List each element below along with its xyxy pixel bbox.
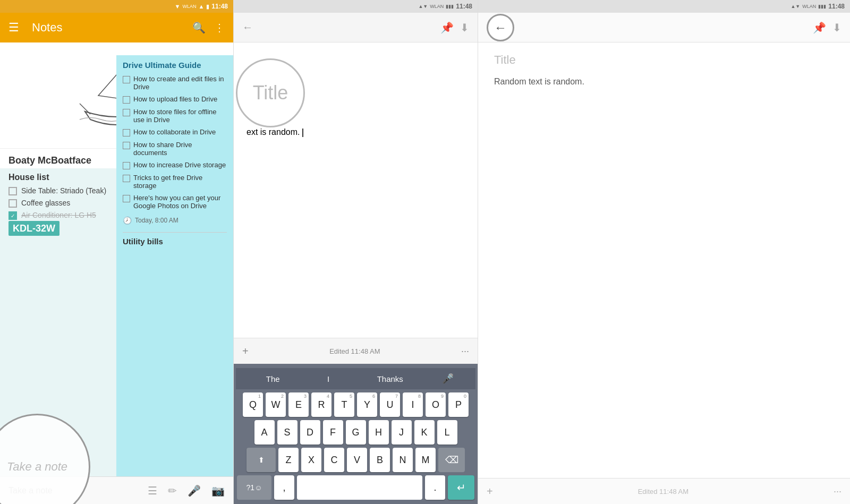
key-v[interactable]: V (347, 448, 367, 472)
suggestion-the[interactable]: The (258, 374, 288, 383)
signal-icon: ▼ (175, 3, 181, 10)
battery-icon-3: ▮▮▮ (818, 4, 826, 9)
add-button-2[interactable]: + (242, 345, 249, 357)
pen-icon[interactable]: ✏ (168, 484, 177, 497)
key-d[interactable]: D (300, 420, 320, 445)
back-button-3[interactable]: ← (487, 14, 514, 41)
space-key[interactable] (297, 475, 422, 500)
keyboard: The I Thanks 🎤 1Q 2W 3E 4R 5T 6Y 7U 8I 9… (234, 364, 478, 504)
note-area-3[interactable]: Title Random text is random. (478, 42, 850, 478)
battery-icon: ▮ (206, 3, 209, 10)
search-icon[interactable]: 🔍 (192, 21, 206, 34)
key-q[interactable]: 1Q (243, 392, 263, 417)
key-t[interactable]: 5T (334, 392, 354, 417)
enter-key[interactable]: ↵ (448, 475, 474, 500)
rl-checkbox-1[interactable] (123, 76, 130, 83)
pin-icon-3[interactable]: 📌 (813, 21, 826, 34)
wifi-icon: WLAN (182, 4, 196, 9)
suggestion-i[interactable]: I (319, 374, 338, 383)
more-button-2[interactable]: ··· (461, 346, 469, 357)
key-f[interactable]: F (323, 420, 343, 445)
rl-checkbox-3[interactable] (123, 109, 130, 116)
key-g[interactable]: G (346, 420, 366, 445)
rl-checkbox-8[interactable] (123, 195, 130, 202)
keyboard-row-4: ?1☺ , . ↵ (236, 475, 475, 500)
add-button-3[interactable]: + (487, 485, 493, 498)
title-circle: Title (236, 58, 305, 127)
drive-item-5: How to share Drive documents (123, 141, 227, 157)
key-z[interactable]: Z (278, 448, 299, 472)
key-h[interactable]: H (369, 420, 389, 445)
note-title-3: Title (494, 53, 834, 67)
key-s[interactable]: S (277, 420, 298, 445)
drive-item-4: How to collaborate in Drive (123, 128, 227, 136)
reminder: 🕗 Today, 8:00 AM (123, 216, 227, 225)
archive-icon-2[interactable]: ⬇ (460, 21, 469, 34)
mic-icon-kb[interactable]: 🎤 (442, 373, 454, 385)
key-n[interactable]: N (393, 448, 413, 472)
key-x[interactable]: X (301, 448, 321, 472)
key-i[interactable]: 8I (403, 392, 423, 417)
backspace-key[interactable]: ⌫ (438, 448, 465, 472)
item-label-2: Coffee glasses (21, 199, 70, 207)
more-icon[interactable]: ⋮ (214, 21, 225, 34)
note-body-2: ext is random. (246, 127, 465, 137)
key-c[interactable]: C (324, 448, 344, 472)
pin-icon-2[interactable]: 📌 (440, 21, 454, 34)
app-title: Notes (32, 21, 184, 35)
note-area-2[interactable]: Title ext is random. (234, 42, 478, 338)
toolbar-1: ☰ Notes 🔍 ⋮ (0, 13, 233, 42)
drive-item-6: How to increase Drive storage (123, 161, 227, 169)
signal-icon-3: ▲▼ (790, 4, 800, 9)
camera-icon[interactable]: 📷 (211, 484, 225, 497)
rl-checkbox-2[interactable] (123, 96, 130, 104)
suggestion-thanks[interactable]: Thanks (369, 374, 412, 383)
comma-key[interactable]: , (274, 475, 294, 500)
rl-checkbox-4[interactable] (123, 129, 130, 136)
back-button-2[interactable]: ← (242, 21, 253, 33)
sym-key[interactable]: ?1☺ (237, 475, 271, 500)
shift-key[interactable]: ⬆ (246, 448, 276, 472)
key-y[interactable]: 6Y (357, 392, 377, 417)
menu-icon[interactable]: ☰ (8, 21, 19, 35)
key-k[interactable]: K (414, 420, 435, 445)
key-u[interactable]: 7U (380, 392, 400, 417)
main-content-1: Boaty McBoatface House list Side Table: … (0, 42, 233, 504)
back-arrow-icon: ← (494, 20, 507, 35)
drive-item-2: How to upload files to Drive (123, 95, 227, 104)
mic-icon[interactable]: 🎤 (188, 484, 201, 497)
key-b[interactable]: B (370, 448, 390, 472)
key-a[interactable]: A (254, 420, 275, 445)
toolbar-2: ← 📌 ⬇ (234, 13, 478, 42)
more-button-3[interactable]: ··· (834, 486, 842, 497)
status-bar-3: ▲▼ WLAN ▮▮▮ 11:48 (478, 0, 850, 13)
list-icon[interactable]: ☰ (148, 484, 157, 497)
panel-1: ▼ WLAN ▲ ▮ 11:48 ☰ Notes 🔍 ⋮ (0, 0, 234, 504)
archive-icon-3[interactable]: ⬇ (832, 21, 842, 34)
key-p[interactable]: 0P (448, 392, 469, 417)
drive-item-7: Tricks to get free Drive storage (123, 174, 227, 190)
take-a-note-text: Take a note (7, 460, 67, 474)
wifi-label-2: WLAN (430, 4, 444, 9)
checkbox-3[interactable]: ✓ (8, 211, 17, 220)
rl-checkbox-6[interactable] (123, 162, 130, 169)
status-bar-1: ▼ WLAN ▲ ▮ 11:48 (0, 0, 233, 13)
battery-icon-2: ▮▮▮ (446, 4, 454, 9)
rl-checkbox-5[interactable] (123, 142, 130, 149)
rl-checkbox-7[interactable] (123, 175, 130, 182)
key-o[interactable]: 9O (426, 392, 446, 417)
signal-bars-icon: ▲ (198, 3, 204, 10)
keyboard-row-2: A S D F G H J K L (236, 420, 475, 445)
key-j[interactable]: J (392, 420, 412, 445)
period-key[interactable]: . (425, 475, 445, 500)
key-e[interactable]: 3E (288, 392, 309, 417)
status-icons-1: ▼ WLAN ▲ ▮ 11:48 (175, 3, 228, 10)
key-r[interactable]: 4R (311, 392, 332, 417)
utility-bills-title: Utility bills (123, 232, 227, 246)
key-m[interactable]: M (415, 448, 436, 472)
key-l[interactable]: L (437, 420, 457, 445)
checkbox-2[interactable] (8, 199, 17, 208)
drive-guide-list: Drive Ultimate Guide How to create and e… (116, 55, 233, 504)
checkbox-1[interactable] (8, 187, 17, 195)
key-w[interactable]: 2W (266, 392, 286, 417)
